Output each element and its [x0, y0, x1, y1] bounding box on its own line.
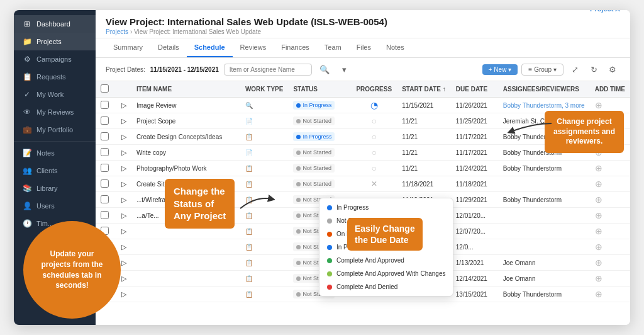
row-due-date[interactable]: 11/26/2021 — [451, 98, 498, 113]
status-badge[interactable]: In Progress — [293, 132, 335, 141]
campaigns-icon: ⚙ — [23, 55, 31, 64]
add-time-icon[interactable]: ⊕ — [595, 195, 602, 205]
col-addtime-header[interactable]: ADD TIME — [590, 81, 630, 98]
row-addtime[interactable]: ⊕ — [590, 208, 630, 224]
row-due-date[interactable]: 12/07/20... — [451, 224, 498, 239]
row-addtime[interactable]: ⊕ — [590, 224, 630, 239]
row-due-date[interactable]: 11/17/2021 — [451, 145, 498, 161]
row-due-date[interactable]: 11/18/2021 — [451, 176, 498, 192]
row-status[interactable]: Not Started — [288, 161, 351, 176]
sidebar-item-myreviews[interactable]: 👁 My Reviews — [14, 103, 96, 121]
row-due-date[interactable]: 13/15/2021 — [451, 287, 498, 302]
row-progress: ✕ — [351, 176, 397, 192]
row-icon-cell: ▷ — [116, 239, 131, 255]
row-checkbox-cell — [96, 161, 116, 176]
sidebar-item-requests[interactable]: 📋 Requests — [14, 68, 96, 86]
row-addtime[interactable]: ⊕ — [590, 176, 630, 192]
row-due-date[interactable]: 12/01/20... — [451, 208, 498, 224]
tab-finances[interactable]: Finances — [274, 38, 317, 57]
add-time-icon[interactable]: ⊕ — [595, 289, 602, 299]
row-due-date[interactable]: 1/13/2021 — [451, 255, 498, 271]
row-addtime[interactable]: ⊕ — [590, 161, 630, 176]
sidebar-item-library[interactable]: 📚 Library — [14, 179, 96, 197]
row-addtime[interactable]: ⊕ — [590, 192, 630, 208]
sidebar-item-notes[interactable]: 📝 Notes — [14, 144, 96, 162]
sidebar-item-clients[interactable]: 👥 Clients — [14, 162, 96, 179]
filter-button[interactable]: ▾ — [337, 62, 352, 77]
dropdown-item-approved-changes[interactable]: Complete And Approved With Changes — [319, 267, 453, 280]
tab-details[interactable]: Details — [150, 38, 187, 57]
tab-files[interactable]: Files — [349, 38, 379, 57]
add-time-icon[interactable]: ⊕ — [595, 179, 602, 189]
refresh-icon[interactable]: ↻ — [586, 62, 601, 77]
select-all-checkbox[interactable] — [101, 84, 109, 93]
status-badge[interactable]: Not Started — [293, 116, 335, 125]
row-due-date[interactable]: 11/17/2021 — [451, 129, 498, 145]
row-due-date[interactable]: 12/14/2021 — [451, 271, 498, 287]
col-progress-header[interactable]: PROGRESS — [351, 81, 397, 98]
col-assignee-header[interactable]: ASSIGNEES/REVIEWERS — [498, 81, 590, 98]
add-time-icon[interactable]: ⊕ — [595, 210, 602, 220]
project-action[interactable]: Project A — [590, 10, 620, 13]
sidebar-item-mywork[interactable]: ✓ My Work — [14, 86, 96, 103]
row-due-date[interactable]: 11/25/2021 — [451, 113, 498, 129]
sidebar-item-dashboard[interactable]: ⊞ Dashboard — [14, 15, 96, 33]
sidebar-item-projects[interactable]: 📁 Projects — [14, 33, 96, 50]
dropdown-item-denied[interactable]: Complete And Denied — [319, 280, 453, 293]
dropdown-item-inprogress1[interactable]: In Progress — [319, 201, 453, 214]
tab-notes[interactable]: Notes — [379, 38, 412, 57]
add-time-icon[interactable]: ⊕ — [595, 258, 602, 268]
sidebar-item-campaigns[interactable]: ⚙ Campaigns — [14, 50, 96, 68]
col-item-name-header[interactable]: ITEM NAME — [131, 81, 240, 98]
row-due-date[interactable]: 12/0... — [451, 239, 498, 255]
row-checkbox[interactable] — [101, 179, 109, 188]
row-checkbox[interactable] — [101, 101, 109, 109]
col-start-header[interactable]: START DATE ↑ — [397, 81, 451, 98]
row-status[interactable]: In Progress — [288, 129, 351, 145]
row-checkbox[interactable] — [101, 116, 109, 125]
callout-status: Change theStatus ofAny Project — [165, 179, 235, 229]
tab-summary[interactable]: Summary — [106, 38, 150, 57]
sidebar-item-myportfolio[interactable]: 💼 My Portfolio — [14, 121, 96, 139]
tab-reviews[interactable]: Reviews — [233, 38, 274, 57]
status-badge[interactable]: In Progress — [293, 101, 335, 110]
sidebar-item-users[interactable]: 👤 Users — [14, 197, 96, 215]
search-button[interactable]: 🔍 — [317, 62, 332, 77]
row-checkbox[interactable] — [101, 148, 109, 156]
add-time-icon[interactable]: ⊕ — [595, 273, 602, 283]
row-status[interactable]: Not Started — [288, 113, 351, 129]
row-addtime[interactable]: ⊕ — [590, 271, 630, 287]
status-badge[interactable]: Not Started — [293, 148, 335, 157]
col-status-header[interactable]: STATUS — [288, 81, 351, 98]
dropdown-item-approved[interactable]: Complete And Approved — [319, 254, 453, 267]
assignee-link[interactable]: Bobby Thunderstorm, 3 more — [503, 102, 585, 109]
row-addtime[interactable]: ⊕ — [590, 239, 630, 255]
row-checkbox[interactable] — [101, 132, 109, 140]
row-due-date[interactable]: 11/29/2021 — [451, 192, 498, 208]
row-addtime[interactable]: ⊕ — [590, 287, 630, 302]
new-button[interactable]: + New ▾ — [482, 64, 518, 75]
expand-icon[interactable]: ⤢ — [567, 62, 582, 77]
tab-team[interactable]: Team — [317, 38, 349, 57]
row-due-date[interactable]: 11/24/2021 — [451, 161, 498, 176]
tab-schedule[interactable]: Schedule — [187, 38, 233, 57]
status-badge[interactable]: Not Started — [293, 164, 335, 173]
breadcrumb-projects[interactable]: Projects — [106, 28, 128, 35]
col-due-header[interactable]: DUE DATE — [451, 81, 498, 98]
add-time-icon[interactable]: ⊕ — [595, 100, 602, 110]
add-time-icon[interactable]: ⊕ — [595, 242, 602, 252]
status-badge[interactable]: Not Started — [293, 179, 335, 188]
row-status[interactable]: In Progress — [288, 98, 351, 113]
add-time-icon[interactable]: ⊕ — [595, 163, 602, 173]
row-checkbox[interactable] — [101, 195, 109, 203]
group-button[interactable]: ≡ Group ▾ — [521, 64, 564, 76]
row-checkbox[interactable] — [101, 211, 109, 219]
search-input[interactable] — [224, 64, 312, 76]
row-status[interactable]: Not Started — [288, 176, 351, 192]
add-time-icon[interactable]: ⊕ — [595, 226, 602, 236]
settings-icon[interactable]: ⚙ — [605, 62, 620, 77]
row-status[interactable]: Not Started — [288, 145, 351, 161]
row-checkbox[interactable] — [101, 164, 109, 172]
row-addtime[interactable]: ⊕ — [590, 255, 630, 271]
col-work-type-header[interactable]: WORK TYPE — [240, 81, 289, 98]
